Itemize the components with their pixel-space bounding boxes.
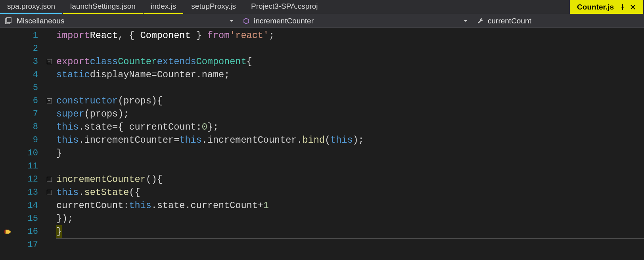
- code-line[interactable]: }: [56, 225, 644, 238]
- fold-toggle-icon[interactable]: −: [47, 59, 52, 64]
- gutter-row: 17: [0, 238, 56, 251]
- chevron-down-icon: [463, 17, 468, 25]
- tab-counter-js[interactable]: Counter.js: [570, 0, 643, 14]
- nav-member-label: incrementCounter: [254, 17, 314, 25]
- tab-csproj[interactable]: Project3-SPA.csproj: [244, 0, 325, 14]
- code-line[interactable]: }: [56, 147, 644, 160]
- code-line[interactable]: super(props);: [56, 107, 644, 120]
- nav-scope-label: Miscellaneous: [17, 17, 64, 25]
- code-line[interactable]: this.incrementCounter = this.incrementCo…: [56, 134, 644, 147]
- gutter-row: 3−: [0, 55, 56, 68]
- gutter-row: 4: [0, 68, 56, 81]
- gutter-row: 12−: [0, 173, 56, 186]
- gutter-row: 14: [0, 199, 56, 212]
- fold-toggle-icon[interactable]: −: [47, 177, 52, 182]
- gutter-row: 11: [0, 160, 56, 173]
- tab-bar: spa.proxy.json launchSettings.json index…: [0, 0, 644, 14]
- line-number: 9: [17, 134, 42, 147]
- tab-launchsettings[interactable]: launchSettings.json: [63, 0, 143, 14]
- code-editor[interactable]: 123−456−789101112−13−14151617 import Rea…: [0, 28, 644, 260]
- line-number: 13: [17, 186, 42, 199]
- line-number: 14: [17, 199, 42, 212]
- gutter-row: 6−: [0, 94, 56, 107]
- code-line[interactable]: export class Counter extends Component {: [56, 55, 644, 68]
- files-icon: [5, 17, 13, 25]
- line-number: 8: [17, 120, 42, 134]
- line-number: 6: [17, 94, 42, 107]
- tab-spa-proxy[interactable]: spa.proxy.json: [0, 0, 62, 14]
- line-number: 17: [17, 238, 42, 251]
- gutter-row: 8: [0, 120, 56, 134]
- line-number: 7: [17, 107, 42, 120]
- chevron-down-icon: [229, 17, 234, 25]
- code-line[interactable]: incrementCounter() {: [56, 173, 644, 186]
- nav-field-label: currentCount: [488, 17, 531, 25]
- nav-member-dropdown[interactable]: incrementCounter: [238, 14, 472, 27]
- code-line[interactable]: [56, 42, 644, 55]
- code-area[interactable]: import React, { Component } from 'react'…: [56, 28, 644, 260]
- line-number: 11: [17, 160, 42, 173]
- gutter-row: 1: [0, 29, 56, 42]
- tab-label: Project3-SPA.csproj: [251, 2, 318, 11]
- gutter-row: 5: [0, 81, 56, 94]
- line-number: 5: [17, 81, 42, 94]
- line-number: 10: [17, 147, 42, 160]
- code-line[interactable]: constructor(props) {: [56, 94, 644, 107]
- line-number: 1: [17, 29, 42, 42]
- nav-field-dropdown[interactable]: currentCount: [472, 14, 644, 27]
- editor-gutter: 123−456−789101112−13−14151617: [0, 28, 56, 260]
- code-line[interactable]: this.state = { currentCount: 0 };: [56, 120, 644, 134]
- navigation-bar: Miscellaneous incrementCounter currentCo…: [0, 14, 644, 28]
- gutter-row: 7: [0, 107, 56, 120]
- tab-label: setupProxy.js: [191, 2, 236, 11]
- gutter-row: 10: [0, 147, 56, 160]
- tab-label: index.js: [151, 2, 176, 11]
- gutter-row: 16: [0, 225, 56, 238]
- line-number: 16: [17, 225, 42, 238]
- gutter-row: 15: [0, 212, 56, 225]
- line-number: 3: [17, 55, 42, 68]
- gutter-row: 13−: [0, 186, 56, 199]
- code-line[interactable]: [56, 160, 644, 173]
- method-icon: [243, 17, 250, 25]
- line-number: 12: [17, 173, 42, 186]
- nav-scope-dropdown[interactable]: Miscellaneous: [0, 14, 238, 27]
- line-number: 15: [17, 212, 42, 225]
- code-line[interactable]: [56, 81, 644, 94]
- fold-toggle-icon[interactable]: −: [47, 190, 52, 195]
- gutter-row: 9: [0, 134, 56, 147]
- pin-icon[interactable]: [619, 4, 626, 10]
- tab-setupproxy[interactable]: setupProxy.js: [184, 0, 243, 14]
- close-icon[interactable]: [630, 4, 636, 10]
- tab-label: launchSettings.json: [70, 2, 136, 11]
- line-number: 4: [17, 68, 42, 81]
- fold-toggle-icon[interactable]: −: [47, 98, 52, 103]
- code-line[interactable]: currentCount: this.state.currentCount + …: [56, 199, 644, 212]
- svg-rect-1: [7, 17, 11, 23]
- code-line[interactable]: this.setState({: [56, 186, 644, 199]
- tab-label: Counter.js: [577, 3, 614, 11]
- code-line[interactable]: });: [56, 212, 644, 225]
- gutter-row: 2: [0, 42, 56, 55]
- wrench-icon: [477, 17, 484, 25]
- tab-label: spa.proxy.json: [7, 2, 55, 11]
- code-line[interactable]: [56, 238, 644, 251]
- code-line[interactable]: import React, { Component } from 'react'…: [56, 29, 644, 42]
- code-line[interactable]: static displayName = Counter.name;: [56, 68, 644, 81]
- execution-pointer-icon: [4, 228, 13, 235]
- tab-index-js[interactable]: index.js: [144, 0, 183, 14]
- line-number: 2: [17, 42, 42, 55]
